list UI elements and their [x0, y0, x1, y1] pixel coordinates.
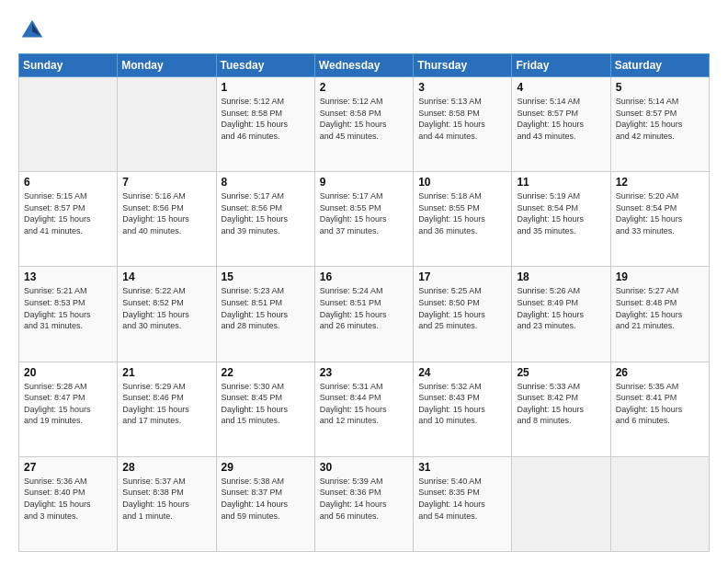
day-info: Sunrise: 5:26 AM Sunset: 8:49 PM Dayligh… — [517, 285, 605, 331]
day-number: 5 — [616, 81, 704, 94]
calendar-cell: 17Sunrise: 5:25 AM Sunset: 8:50 PM Dayli… — [414, 267, 512, 362]
day-info: Sunrise: 5:38 AM Sunset: 8:37 PM Dayligh… — [222, 476, 310, 522]
calendar-cell: 4Sunrise: 5:14 AM Sunset: 8:57 PM Daylig… — [512, 77, 610, 172]
day-number: 18 — [517, 270, 605, 283]
day-number: 16 — [320, 270, 408, 283]
day-info: Sunrise: 5:25 AM Sunset: 8:50 PM Dayligh… — [418, 285, 506, 331]
calendar-cell — [19, 77, 118, 172]
day-info: Sunrise: 5:19 AM Sunset: 8:54 PM Dayligh… — [517, 190, 605, 236]
day-number: 23 — [320, 366, 408, 379]
calendar-cell: 21Sunrise: 5:29 AM Sunset: 8:46 PM Dayli… — [118, 362, 216, 456]
calendar-cell: 6Sunrise: 5:15 AM Sunset: 8:57 PM Daylig… — [19, 172, 118, 267]
logo-icon — [18, 17, 46, 44]
day-info: Sunrise: 5:29 AM Sunset: 8:46 PM Dayligh… — [122, 381, 210, 427]
calendar-cell: 26Sunrise: 5:35 AM Sunset: 8:41 PM Dayli… — [610, 362, 709, 456]
calendar-cell: 18Sunrise: 5:26 AM Sunset: 8:49 PM Dayli… — [512, 267, 610, 362]
day-info: Sunrise: 5:14 AM Sunset: 8:57 PM Dayligh… — [517, 96, 605, 142]
day-number: 20 — [24, 366, 112, 379]
day-info: Sunrise: 5:37 AM Sunset: 8:38 PM Dayligh… — [122, 476, 210, 522]
day-info: Sunrise: 5:24 AM Sunset: 8:51 PM Dayligh… — [320, 285, 408, 331]
day-number: 8 — [222, 176, 310, 189]
day-info: Sunrise: 5:33 AM Sunset: 8:42 PM Dayligh… — [517, 381, 605, 427]
calendar-cell: 3Sunrise: 5:13 AM Sunset: 8:58 PM Daylig… — [414, 77, 512, 172]
day-number: 15 — [222, 270, 310, 283]
day-info: Sunrise: 5:30 AM Sunset: 8:45 PM Dayligh… — [222, 381, 310, 427]
calendar-cell: 16Sunrise: 5:24 AM Sunset: 8:51 PM Dayli… — [314, 267, 413, 362]
day-info: Sunrise: 5:27 AM Sunset: 8:48 PM Dayligh… — [616, 285, 704, 331]
calendar-cell: 13Sunrise: 5:21 AM Sunset: 8:53 PM Dayli… — [19, 267, 118, 362]
day-number: 25 — [517, 366, 605, 379]
calendar-cell: 27Sunrise: 5:36 AM Sunset: 8:40 PM Dayli… — [19, 456, 118, 551]
day-number: 11 — [517, 176, 605, 189]
calendar-cell: 25Sunrise: 5:33 AM Sunset: 8:42 PM Dayli… — [512, 362, 610, 456]
day-number: 31 — [418, 461, 506, 474]
day-info: Sunrise: 5:23 AM Sunset: 8:51 PM Dayligh… — [222, 285, 310, 331]
day-info: Sunrise: 5:28 AM Sunset: 8:47 PM Dayligh… — [24, 381, 112, 427]
calendar-cell — [118, 77, 216, 172]
calendar-cell: 8Sunrise: 5:17 AM Sunset: 8:56 PM Daylig… — [216, 172, 314, 267]
day-info: Sunrise: 5:36 AM Sunset: 8:40 PM Dayligh… — [24, 476, 112, 522]
calendar-cell: 31Sunrise: 5:40 AM Sunset: 8:35 PM Dayli… — [414, 456, 512, 551]
day-info: Sunrise: 5:16 AM Sunset: 8:56 PM Dayligh… — [122, 190, 210, 236]
calendar-header-wednesday: Wednesday — [314, 54, 413, 77]
day-info: Sunrise: 5:17 AM Sunset: 8:56 PM Dayligh… — [222, 190, 310, 236]
calendar-cell: 24Sunrise: 5:32 AM Sunset: 8:43 PM Dayli… — [414, 362, 512, 456]
day-number: 29 — [222, 461, 310, 474]
calendar-week-3: 20Sunrise: 5:28 AM Sunset: 8:47 PM Dayli… — [19, 362, 710, 456]
day-number: 28 — [122, 461, 210, 474]
calendar-week-0: 1Sunrise: 5:12 AM Sunset: 8:58 PM Daylig… — [19, 77, 710, 172]
day-number: 21 — [122, 366, 210, 379]
day-info: Sunrise: 5:15 AM Sunset: 8:57 PM Dayligh… — [24, 190, 112, 236]
calendar-cell: 5Sunrise: 5:14 AM Sunset: 8:57 PM Daylig… — [610, 77, 709, 172]
day-info: Sunrise: 5:12 AM Sunset: 8:58 PM Dayligh… — [222, 96, 310, 142]
calendar-cell: 29Sunrise: 5:38 AM Sunset: 8:37 PM Dayli… — [216, 456, 314, 551]
calendar-cell: 7Sunrise: 5:16 AM Sunset: 8:56 PM Daylig… — [118, 172, 216, 267]
day-info: Sunrise: 5:22 AM Sunset: 8:52 PM Dayligh… — [122, 285, 210, 331]
calendar-cell: 10Sunrise: 5:18 AM Sunset: 8:55 PM Dayli… — [414, 172, 512, 267]
day-info: Sunrise: 5:12 AM Sunset: 8:58 PM Dayligh… — [320, 96, 408, 142]
calendar-cell — [512, 456, 610, 551]
day-info: Sunrise: 5:39 AM Sunset: 8:36 PM Dayligh… — [320, 476, 408, 522]
calendar-cell: 20Sunrise: 5:28 AM Sunset: 8:47 PM Dayli… — [19, 362, 118, 456]
calendar-table: SundayMondayTuesdayWednesdayThursdayFrid… — [18, 53, 710, 552]
calendar-header-saturday: Saturday — [610, 54, 709, 77]
day-info: Sunrise: 5:20 AM Sunset: 8:54 PM Dayligh… — [616, 190, 704, 236]
day-number: 4 — [517, 81, 605, 94]
day-info: Sunrise: 5:18 AM Sunset: 8:55 PM Dayligh… — [418, 190, 506, 236]
day-number: 30 — [320, 461, 408, 474]
day-number: 2 — [320, 81, 408, 94]
day-info: Sunrise: 5:14 AM Sunset: 8:57 PM Dayligh… — [616, 96, 704, 142]
calendar-cell: 30Sunrise: 5:39 AM Sunset: 8:36 PM Dayli… — [314, 456, 413, 551]
day-info: Sunrise: 5:31 AM Sunset: 8:44 PM Dayligh… — [320, 381, 408, 427]
calendar-cell: 19Sunrise: 5:27 AM Sunset: 8:48 PM Dayli… — [610, 267, 709, 362]
day-number: 24 — [418, 366, 506, 379]
day-number: 19 — [616, 270, 704, 283]
calendar-cell: 14Sunrise: 5:22 AM Sunset: 8:52 PM Dayli… — [118, 267, 216, 362]
day-number: 7 — [122, 176, 210, 189]
day-number: 26 — [616, 366, 704, 379]
header — [18, 17, 710, 44]
day-number: 9 — [320, 176, 408, 189]
calendar-header-row: SundayMondayTuesdayWednesdayThursdayFrid… — [19, 54, 710, 77]
calendar-header-friday: Friday — [512, 54, 610, 77]
day-number: 10 — [418, 176, 506, 189]
day-number: 22 — [222, 366, 310, 379]
day-info: Sunrise: 5:32 AM Sunset: 8:43 PM Dayligh… — [418, 381, 506, 427]
day-number: 6 — [24, 176, 112, 189]
calendar-header-tuesday: Tuesday — [216, 54, 314, 77]
day-info: Sunrise: 5:17 AM Sunset: 8:55 PM Dayligh… — [320, 190, 408, 236]
calendar-header-sunday: Sunday — [19, 54, 118, 77]
day-number: 3 — [418, 81, 506, 94]
day-info: Sunrise: 5:13 AM Sunset: 8:58 PM Dayligh… — [418, 96, 506, 142]
calendar-cell: 1Sunrise: 5:12 AM Sunset: 8:58 PM Daylig… — [216, 77, 314, 172]
calendar-week-4: 27Sunrise: 5:36 AM Sunset: 8:40 PM Dayli… — [19, 456, 710, 551]
day-number: 14 — [122, 270, 210, 283]
calendar-cell: 22Sunrise: 5:30 AM Sunset: 8:45 PM Dayli… — [216, 362, 314, 456]
calendar-cell — [610, 456, 709, 551]
logo — [18, 17, 50, 44]
calendar-cell: 23Sunrise: 5:31 AM Sunset: 8:44 PM Dayli… — [314, 362, 413, 456]
calendar-cell: 15Sunrise: 5:23 AM Sunset: 8:51 PM Dayli… — [216, 267, 314, 362]
calendar-cell: 11Sunrise: 5:19 AM Sunset: 8:54 PM Dayli… — [512, 172, 610, 267]
day-info: Sunrise: 5:40 AM Sunset: 8:35 PM Dayligh… — [418, 476, 506, 522]
calendar-header-thursday: Thursday — [414, 54, 512, 77]
